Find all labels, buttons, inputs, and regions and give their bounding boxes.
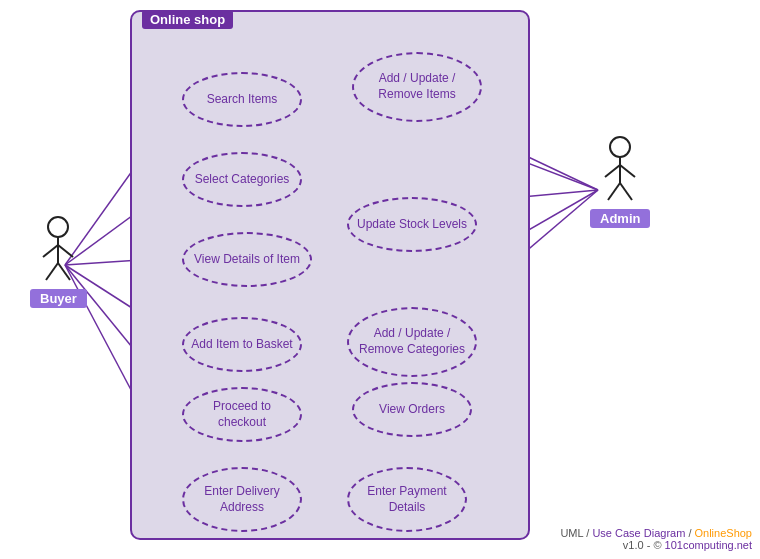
system-label: Online shop xyxy=(142,10,233,29)
usecase-search-items: Search Items xyxy=(182,72,302,127)
svg-line-23 xyxy=(605,165,620,177)
watermark-version: v1.0 - © xyxy=(623,539,665,551)
svg-point-21 xyxy=(610,137,630,157)
svg-line-26 xyxy=(620,183,632,200)
watermark-usecase: Use Case Diagram xyxy=(592,527,685,539)
watermark: UML / Use Case Diagram / OnlineShop v1.0… xyxy=(560,527,752,551)
watermark-onlineshop: OnlineShop xyxy=(695,527,753,539)
buyer-figure xyxy=(38,215,78,285)
svg-line-17 xyxy=(43,245,58,257)
svg-point-15 xyxy=(48,217,68,237)
actor-buyer: Buyer xyxy=(30,215,87,308)
usecase-add-update-remove-categories: Add / Update / Remove Categories xyxy=(347,307,477,377)
admin-label: Admin xyxy=(590,209,650,228)
watermark-site: 101computing.net xyxy=(665,539,752,551)
svg-line-25 xyxy=(608,183,620,200)
svg-line-24 xyxy=(620,165,635,177)
usecase-update-stock-levels: Update Stock Levels xyxy=(347,197,477,252)
buyer-label: Buyer xyxy=(30,289,87,308)
svg-line-20 xyxy=(58,263,70,280)
system-boundary: Online shop Search Items Add / Update / … xyxy=(130,10,530,540)
watermark-uml: UML / xyxy=(560,527,592,539)
svg-line-18 xyxy=(58,245,73,257)
usecase-proceed-to-checkout: Proceed to checkout xyxy=(182,387,302,442)
usecase-add-update-remove-items: Add / Update / Remove Items xyxy=(352,52,482,122)
usecase-select-categories: Select Categories xyxy=(182,152,302,207)
actor-admin: Admin xyxy=(590,135,650,228)
admin-figure xyxy=(600,135,640,205)
usecase-enter-payment-details: Enter Payment Details xyxy=(347,467,467,532)
svg-line-19 xyxy=(46,263,58,280)
usecase-enter-delivery-address: Enter Delivery Address xyxy=(182,467,302,532)
usecase-view-details: View Details of Item xyxy=(182,232,312,287)
usecase-view-orders: View Orders xyxy=(352,382,472,437)
usecase-add-item-to-basket: Add Item to Basket xyxy=(182,317,302,372)
